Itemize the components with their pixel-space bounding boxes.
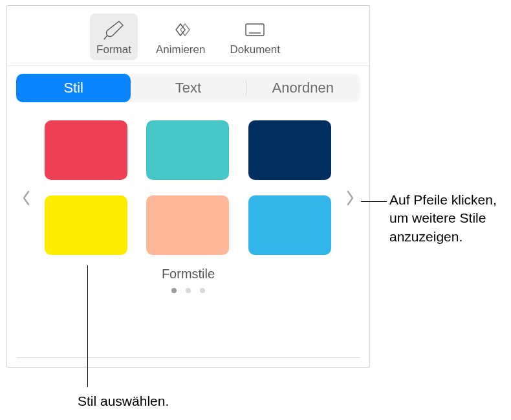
main-toolbar: Format Animieren Dokument	[7, 6, 369, 66]
toolbar-label: Animieren	[156, 43, 206, 56]
callout-connector	[361, 201, 387, 202]
style-swatch[interactable]	[146, 195, 229, 255]
style-swatch-grid	[45, 120, 332, 255]
style-swatch[interactable]	[45, 195, 127, 255]
tab-arrange[interactable]: Anordnen	[246, 74, 360, 102]
document-toolbar-item[interactable]: Dokument	[223, 14, 286, 60]
arrow-hint-callout: Auf Pfeile klicken, um weitere Stile anz…	[389, 191, 506, 246]
format-sidebar-panel: Format Animieren Dokument Stil Text Anor…	[6, 5, 370, 368]
svg-rect-0	[246, 24, 264, 36]
style-swatch[interactable]	[248, 195, 331, 255]
tab-label: Anordnen	[272, 80, 334, 96]
pager-dot[interactable]	[186, 288, 191, 293]
tab-text[interactable]: Text	[131, 74, 245, 102]
paintbrush-icon	[98, 17, 129, 42]
style-swatch[interactable]	[45, 120, 127, 180]
tab-label: Text	[175, 80, 201, 96]
toolbar-label: Format	[96, 43, 131, 56]
toolbar-label: Dokument	[230, 43, 279, 56]
pager-dot[interactable]	[171, 288, 177, 293]
chevron-left-icon	[21, 189, 32, 210]
divider	[16, 357, 360, 358]
inspector-tabs: Stil Text Anordnen	[16, 74, 360, 102]
animate-toolbar-item[interactable]: Animieren	[149, 14, 212, 60]
tab-label: Stil	[63, 80, 83, 96]
next-styles-arrow[interactable]	[340, 186, 360, 212]
callout-connector	[87, 265, 88, 387]
style-swatch[interactable]	[248, 120, 331, 180]
style-swatch[interactable]	[146, 120, 229, 180]
shape-styles-section: Formstile	[7, 102, 369, 300]
chevron-right-icon	[344, 189, 356, 210]
diamonds-icon	[165, 17, 196, 42]
previous-styles-arrow[interactable]	[16, 186, 37, 212]
pager-dot[interactable]	[200, 288, 205, 293]
slide-icon	[239, 17, 270, 42]
format-toolbar-item[interactable]: Format	[90, 14, 138, 60]
select-hint-callout: Stil auswählen.	[78, 392, 169, 410]
tab-style[interactable]: Stil	[16, 74, 131, 102]
